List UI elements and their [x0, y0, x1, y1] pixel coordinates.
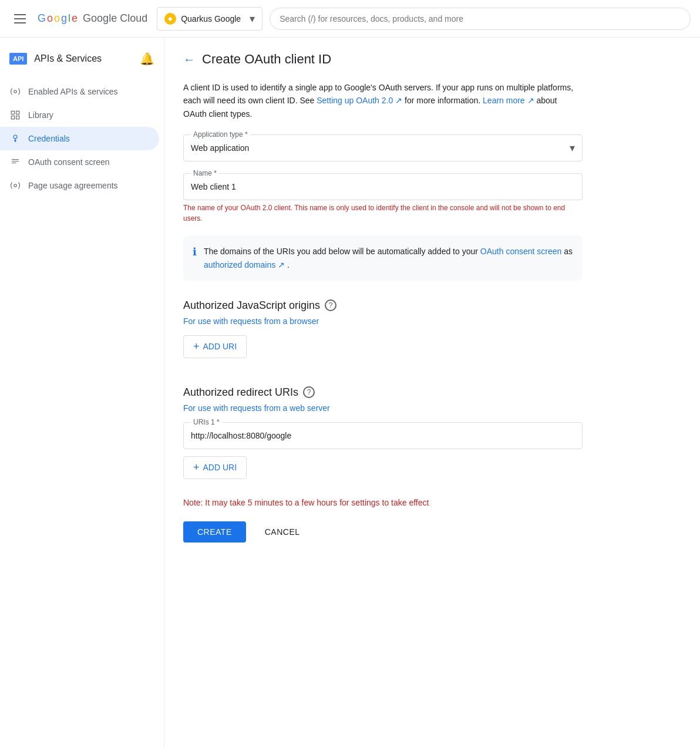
js-origins-desc: For use with requests from a browser	[183, 316, 583, 326]
form-section: Application type * Web application ▾ Nam…	[183, 134, 583, 543]
name-hint: The name of your OAuth 2.0 client. This …	[183, 203, 583, 224]
sidebar-item-page-usage[interactable]: Page usage agreements	[0, 174, 159, 197]
project-name: Quarkus Google	[181, 14, 245, 23]
sidebar-item-label-page-usage: Page usage agreements	[28, 181, 118, 190]
credentials-icon	[9, 133, 21, 144]
layout: API APIs & Services 🔔 Enabled APIs & ser…	[0, 38, 700, 748]
setting-up-oauth-link[interactable]: Setting up OAuth 2.0 ↗	[317, 96, 402, 105]
library-icon	[9, 109, 21, 121]
bell-icon[interactable]: 🔔	[140, 52, 154, 66]
svg-point-0	[14, 90, 17, 93]
authorized-domains-link[interactable]: authorized domains ↗	[204, 260, 285, 269]
svg-rect-4	[11, 116, 14, 119]
note-highlight: It may take 5 minutes to a few hours for…	[205, 498, 429, 507]
sidebar-item-label-credentials: Credentials	[28, 134, 70, 143]
svg-point-5	[14, 135, 17, 139]
svg-point-7	[14, 184, 17, 187]
oauth-consent-icon	[9, 156, 21, 168]
svg-rect-3	[16, 116, 19, 119]
info-box-text: The domains of the URIs you add below wi…	[204, 245, 573, 271]
page-title: Create OAuth client ID	[202, 52, 331, 67]
info-icon: ℹ	[193, 245, 197, 258]
name-input-wrapper: Name *	[183, 173, 583, 200]
sidebar: API APIs & Services 🔔 Enabled APIs & ser…	[0, 38, 164, 748]
header: Google Google Cloud ◆ Quarkus Google ▾	[0, 0, 700, 38]
sidebar-item-enabled-apis[interactable]: Enabled APIs & services	[0, 80, 159, 103]
page-usage-icon	[9, 180, 21, 191]
main-content: ← Create OAuth client ID A client ID is …	[164, 38, 700, 748]
name-input[interactable]	[184, 174, 582, 200]
js-origins-help-icon[interactable]: ?	[325, 299, 336, 311]
sidebar-nav: Enabled APIs & services Library Credenti…	[0, 75, 164, 202]
svg-point-6	[15, 141, 16, 142]
redirect-uris-heading: Authorized redirect URIs ?	[183, 386, 583, 399]
uris-field-group: URIs 1 *	[183, 422, 583, 449]
cancel-button[interactable]: CANCEL	[255, 521, 309, 543]
action-buttons: CREATE CANCEL	[183, 521, 583, 543]
uris-input-wrapper: URIs 1 *	[183, 422, 583, 449]
redirect-uris-help-icon[interactable]: ?	[303, 386, 315, 398]
enabled-apis-icon	[9, 86, 21, 97]
back-button[interactable]: ←	[183, 53, 195, 66]
js-origins-heading: Authorized JavaScript origins ?	[183, 299, 583, 312]
name-label: Name *	[191, 169, 219, 177]
sidebar-item-oauth-consent[interactable]: OAuth consent screen	[0, 150, 159, 174]
add-uri-label-1: ADD URI	[203, 342, 237, 351]
add-uri-button-redirect[interactable]: + ADD URI	[183, 456, 247, 479]
sidebar-item-label-library: Library	[28, 110, 53, 120]
uris-label: URIs 1 *	[191, 418, 222, 426]
info-box: ℹ The domains of the URIs you add below …	[183, 235, 583, 281]
application-type-field: Application type * Web application ▾	[183, 134, 583, 161]
add-uri-label-2: ADD URI	[203, 463, 237, 472]
learn-more-link[interactable]: Learn more ↗	[483, 96, 534, 105]
redirect-uris-desc: For use with requests from a web server	[183, 403, 583, 413]
sidebar-item-library[interactable]: Library	[0, 103, 159, 127]
intro-text: A client ID is used to identify a single…	[183, 81, 583, 120]
application-type-select[interactable]: Web application	[184, 135, 582, 161]
project-icon: ◆	[164, 13, 176, 25]
api-badge: API	[9, 53, 27, 65]
plus-icon-2: +	[193, 461, 200, 474]
svg-rect-2	[16, 111, 19, 114]
sidebar-header: API APIs & Services 🔔	[0, 42, 164, 75]
add-uri-button-js-origins[interactable]: + ADD URI	[183, 335, 247, 358]
search-input[interactable]	[270, 8, 691, 30]
note-text: Note: It may take 5 minutes to a few hou…	[183, 498, 583, 507]
page-header: ← Create OAuth client ID	[183, 52, 681, 67]
google-logo: Google Google Cloud	[38, 12, 147, 25]
create-button[interactable]: CREATE	[183, 521, 246, 543]
plus-icon-1: +	[193, 341, 200, 353]
project-selector[interactable]: ◆ Quarkus Google ▾	[157, 7, 262, 31]
uris-input[interactable]	[184, 423, 582, 449]
sidebar-item-credentials[interactable]: Credentials	[0, 127, 159, 150]
sidebar-title: APIs & Services	[34, 53, 102, 64]
oauth-consent-link[interactable]: OAuth consent screen	[480, 247, 562, 256]
name-field-group: Name * The name of your OAuth 2.0 client…	[183, 173, 583, 224]
chevron-down-icon: ▾	[250, 12, 255, 25]
sidebar-item-label-oauth-consent: OAuth consent screen	[28, 157, 110, 167]
sidebar-item-label-enabled-apis: Enabled APIs & services	[28, 87, 118, 96]
svg-rect-1	[11, 111, 14, 114]
application-type-select-wrapper: Application type * Web application ▾	[183, 134, 583, 161]
application-type-label: Application type *	[191, 130, 250, 139]
hamburger-menu[interactable]	[9, 9, 31, 28]
